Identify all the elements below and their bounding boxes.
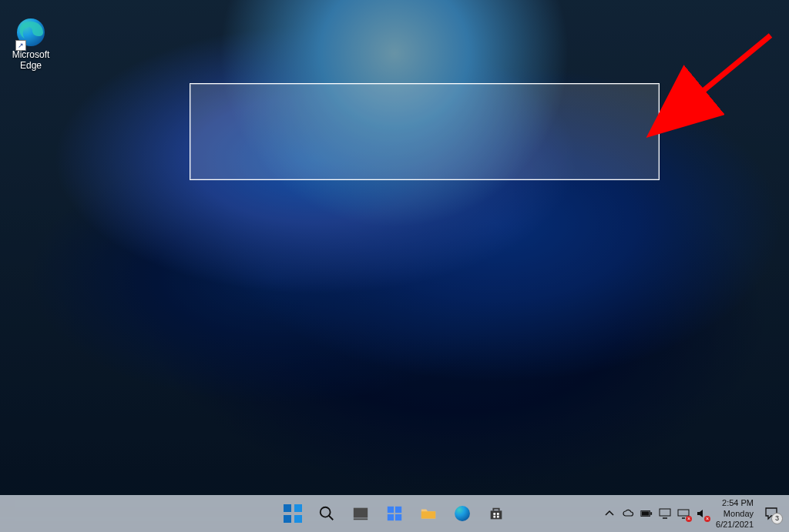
- svg-rect-14: [493, 516, 495, 518]
- desktop-icon-label: Microsoft Edge: [2, 49, 60, 71]
- windows-logo-icon: [284, 504, 302, 523]
- svg-rect-13: [497, 513, 499, 515]
- volume-tray[interactable]: ×: [693, 498, 711, 529]
- network-tray[interactable]: ×: [674, 498, 693, 529]
- start-button[interactable]: [277, 498, 308, 529]
- battery-tray[interactable]: [637, 498, 656, 529]
- taskbar-clock[interactable]: 2:54 PM Monday 6/21/2021: [711, 497, 758, 530]
- svg-rect-21: [678, 510, 689, 516]
- widgets-icon: [386, 505, 403, 522]
- svg-line-3: [329, 516, 334, 520]
- chevron-up-icon: [603, 507, 616, 520]
- display-icon: [659, 507, 671, 520]
- edge-icon: [454, 505, 471, 522]
- svg-rect-10: [421, 511, 435, 518]
- notification-count-badge: 3: [771, 513, 783, 524]
- store-icon: [488, 505, 505, 522]
- store-button[interactable]: [481, 498, 512, 529]
- taskbar-center-group: [277, 498, 512, 529]
- display-connect-tray[interactable]: [656, 498, 674, 529]
- svg-point-2: [321, 507, 331, 517]
- shortcut-arrow-icon: ↗: [15, 40, 26, 51]
- task-view-button[interactable]: [345, 498, 376, 529]
- cloud-icon: [622, 507, 634, 520]
- clock-time: 2:54 PM: [716, 497, 754, 508]
- wallpaper-dim-overlay: [0, 0, 789, 532]
- clock-day: Monday: [716, 508, 754, 519]
- svg-rect-9: [395, 514, 401, 520]
- svg-rect-7: [395, 507, 401, 513]
- svg-rect-17: [650, 512, 652, 515]
- tray-overflow-button[interactable]: [600, 498, 619, 529]
- system-tray: × × 2:54 PM Monday 6/21/2021 3: [600, 495, 784, 532]
- snip-selection-rectangle[interactable]: [190, 83, 660, 180]
- network-error-badge-icon: ×: [686, 516, 692, 522]
- folder-icon: [420, 505, 437, 522]
- svg-rect-8: [388, 514, 394, 520]
- widgets-button[interactable]: [379, 498, 410, 529]
- svg-rect-18: [642, 511, 650, 515]
- search-icon: [318, 505, 335, 522]
- file-explorer-button[interactable]: [413, 498, 444, 529]
- svg-rect-12: [493, 513, 495, 515]
- onedrive-tray[interactable]: [619, 498, 637, 529]
- task-view-icon: [352, 505, 369, 522]
- svg-rect-4: [354, 508, 368, 518]
- edge-button[interactable]: [447, 498, 478, 529]
- clock-date: 6/21/2021: [716, 519, 754, 530]
- volume-muted-badge-icon: ×: [704, 516, 710, 522]
- svg-point-11: [455, 506, 470, 521]
- search-button[interactable]: [311, 498, 342, 529]
- desktop-wallpaper[interactable]: [0, 0, 789, 532]
- desktop-icon-edge[interactable]: ↗ Microsoft Edge: [2, 17, 60, 71]
- svg-rect-15: [497, 516, 499, 518]
- taskbar: × × 2:54 PM Monday 6/21/2021 3: [0, 495, 789, 532]
- svg-rect-6: [388, 507, 394, 513]
- battery-icon: [640, 507, 653, 520]
- svg-rect-5: [354, 518, 368, 520]
- svg-rect-19: [660, 509, 670, 516]
- action-center-button[interactable]: 3: [758, 498, 784, 529]
